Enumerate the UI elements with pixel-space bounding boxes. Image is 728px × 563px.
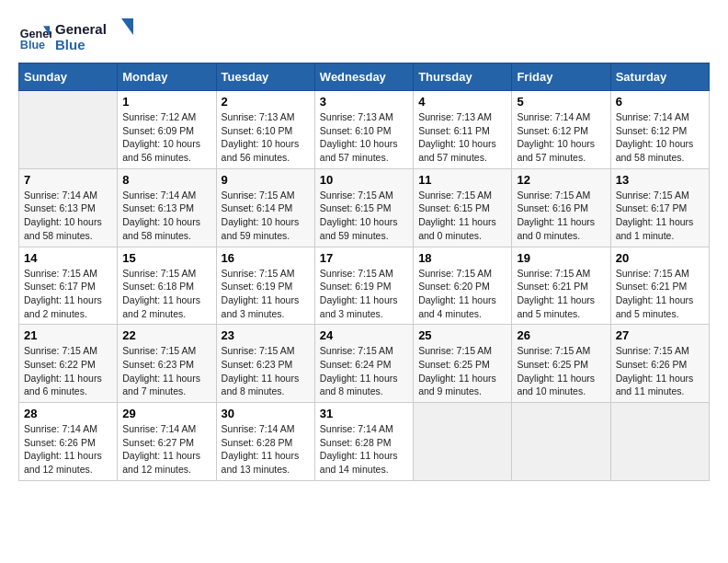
day-number: 2 <box>222 95 310 109</box>
calendar-cell: 10Sunrise: 7:15 AMSunset: 6:15 PMDayligh… <box>314 168 413 247</box>
day-number: 30 <box>222 407 310 420</box>
day-number: 18 <box>418 251 506 265</box>
day-number: 12 <box>517 173 605 187</box>
calendar-cell: 23Sunrise: 7:15 AMSunset: 6:23 PMDayligh… <box>216 325 314 403</box>
day-number: 9 <box>222 173 310 187</box>
calendar-cell: 19Sunrise: 7:15 AMSunset: 6:21 PMDayligh… <box>512 247 610 325</box>
day-info: Sunrise: 7:15 AMSunset: 6:15 PMDaylight:… <box>320 189 408 243</box>
day-number: 4 <box>418 95 506 109</box>
weekday-header-wednesday: Wednesday <box>314 63 413 91</box>
calendar-cell: 31Sunrise: 7:14 AMSunset: 6:28 PMDayligh… <box>314 403 413 481</box>
day-info: Sunrise: 7:15 AMSunset: 6:22 PMDaylight:… <box>24 344 112 398</box>
day-number: 24 <box>320 328 408 342</box>
calendar-cell: 26Sunrise: 7:15 AMSunset: 6:25 PMDayligh… <box>512 325 610 403</box>
calendar-cell: 20Sunrise: 7:15 AMSunset: 6:21 PMDayligh… <box>610 247 709 325</box>
calendar-cell: 13Sunrise: 7:15 AMSunset: 6:17 PMDayligh… <box>610 168 709 247</box>
day-info: Sunrise: 7:14 AMSunset: 6:27 PMDaylight:… <box>122 422 210 477</box>
day-info: Sunrise: 7:15 AMSunset: 6:23 PMDaylight:… <box>122 344 210 398</box>
calendar-cell: 15Sunrise: 7:15 AMSunset: 6:18 PMDayligh… <box>118 247 216 325</box>
weekday-header-monday: Monday <box>118 63 216 91</box>
day-info: Sunrise: 7:14 AMSunset: 6:12 PMDaylight:… <box>517 110 605 165</box>
day-info: Sunrise: 7:15 AMSunset: 6:25 PMDaylight:… <box>418 344 506 398</box>
calendar-cell: 4Sunrise: 7:13 AMSunset: 6:11 PMDaylight… <box>414 91 512 169</box>
day-info: Sunrise: 7:15 AMSunset: 6:16 PMDaylight:… <box>517 189 605 243</box>
day-info: Sunrise: 7:15 AMSunset: 6:19 PMDaylight:… <box>222 267 310 321</box>
calendar-cell: 16Sunrise: 7:15 AMSunset: 6:19 PMDayligh… <box>216 247 314 325</box>
calendar-week-row: 14Sunrise: 7:15 AMSunset: 6:17 PMDayligh… <box>19 247 710 325</box>
calendar-body: 1Sunrise: 7:12 AMSunset: 6:09 PMDaylight… <box>19 91 710 481</box>
day-info: Sunrise: 7:14 AMSunset: 6:13 PMDaylight:… <box>122 189 210 243</box>
svg-text:General: General <box>55 21 107 37</box>
day-number: 13 <box>616 173 704 187</box>
day-number: 3 <box>320 95 408 109</box>
day-info: Sunrise: 7:15 AMSunset: 6:17 PMDaylight:… <box>24 267 112 321</box>
calendar-cell: 24Sunrise: 7:15 AMSunset: 6:24 PMDayligh… <box>314 325 413 403</box>
day-info: Sunrise: 7:15 AMSunset: 6:18 PMDaylight:… <box>122 267 210 321</box>
day-number: 26 <box>517 328 605 342</box>
day-number: 15 <box>122 251 210 265</box>
day-info: Sunrise: 7:15 AMSunset: 6:24 PMDaylight:… <box>320 344 408 398</box>
day-info: Sunrise: 7:14 AMSunset: 6:28 PMDaylight:… <box>320 422 408 477</box>
calendar-cell: 22Sunrise: 7:15 AMSunset: 6:23 PMDayligh… <box>118 325 216 403</box>
day-number: 19 <box>517 251 605 265</box>
calendar-week-row: 7Sunrise: 7:14 AMSunset: 6:13 PMDaylight… <box>19 168 710 247</box>
day-number: 16 <box>222 251 310 265</box>
day-info: Sunrise: 7:15 AMSunset: 6:20 PMDaylight:… <box>418 267 506 321</box>
day-number: 25 <box>418 328 506 342</box>
day-info: Sunrise: 7:14 AMSunset: 6:28 PMDaylight:… <box>222 422 310 477</box>
day-info: Sunrise: 7:13 AMSunset: 6:10 PMDaylight:… <box>222 110 310 165</box>
day-number: 5 <box>517 95 605 109</box>
calendar-week-row: 21Sunrise: 7:15 AMSunset: 6:22 PMDayligh… <box>19 325 710 403</box>
day-number: 7 <box>24 173 112 187</box>
day-number: 29 <box>122 407 210 420</box>
day-info: Sunrise: 7:13 AMSunset: 6:10 PMDaylight:… <box>320 110 408 165</box>
day-info: Sunrise: 7:15 AMSunset: 6:17 PMDaylight:… <box>616 189 704 243</box>
weekday-header-saturday: Saturday <box>610 63 709 91</box>
day-info: Sunrise: 7:14 AMSunset: 6:13 PMDaylight:… <box>24 189 112 243</box>
logo-icon: General Blue <box>18 19 51 52</box>
calendar-cell: 18Sunrise: 7:15 AMSunset: 6:20 PMDayligh… <box>414 247 512 325</box>
calendar-cell: 12Sunrise: 7:15 AMSunset: 6:16 PMDayligh… <box>512 168 610 247</box>
calendar-cell: 3Sunrise: 7:13 AMSunset: 6:10 PMDaylight… <box>314 91 413 169</box>
calendar-cell: 6Sunrise: 7:14 AMSunset: 6:12 PMDaylight… <box>610 91 709 169</box>
day-number: 27 <box>616 328 704 342</box>
day-number: 21 <box>24 328 112 342</box>
calendar-cell <box>512 403 610 481</box>
calendar-cell: 25Sunrise: 7:15 AMSunset: 6:25 PMDayligh… <box>414 325 512 403</box>
day-info: Sunrise: 7:15 AMSunset: 6:21 PMDaylight:… <box>616 267 704 321</box>
svg-text:Blue: Blue <box>55 37 85 52</box>
calendar-table: SundayMondayTuesdayWednesdayThursdayFrid… <box>18 63 710 481</box>
weekday-header-thursday: Thursday <box>414 63 512 91</box>
logo: General Blue General Blue <box>18 18 138 53</box>
day-info: Sunrise: 7:15 AMSunset: 6:26 PMDaylight:… <box>616 344 704 398</box>
day-number: 11 <box>418 173 506 187</box>
day-info: Sunrise: 7:15 AMSunset: 6:14 PMDaylight:… <box>222 189 310 243</box>
calendar-week-row: 1Sunrise: 7:12 AMSunset: 6:09 PMDaylight… <box>19 91 710 169</box>
calendar-header: SundayMondayTuesdayWednesdayThursdayFrid… <box>19 63 710 91</box>
calendar-week-row: 28Sunrise: 7:14 AMSunset: 6:26 PMDayligh… <box>19 403 710 481</box>
day-info: Sunrise: 7:15 AMSunset: 6:19 PMDaylight:… <box>320 267 408 321</box>
page-header: General Blue General Blue <box>18 18 710 53</box>
day-number: 6 <box>616 95 704 109</box>
calendar-cell: 17Sunrise: 7:15 AMSunset: 6:19 PMDayligh… <box>314 247 413 325</box>
day-number: 8 <box>122 173 210 187</box>
weekday-header-friday: Friday <box>512 63 610 91</box>
calendar-cell: 30Sunrise: 7:14 AMSunset: 6:28 PMDayligh… <box>216 403 314 481</box>
calendar-cell: 28Sunrise: 7:14 AMSunset: 6:26 PMDayligh… <box>19 403 118 481</box>
day-info: Sunrise: 7:15 AMSunset: 6:15 PMDaylight:… <box>418 189 506 243</box>
svg-marker-5 <box>121 18 133 35</box>
calendar-cell: 27Sunrise: 7:15 AMSunset: 6:26 PMDayligh… <box>610 325 709 403</box>
weekday-header-row: SundayMondayTuesdayWednesdayThursdayFrid… <box>19 63 710 91</box>
day-number: 17 <box>320 251 408 265</box>
calendar-cell: 29Sunrise: 7:14 AMSunset: 6:27 PMDayligh… <box>118 403 216 481</box>
day-number: 1 <box>122 95 210 109</box>
weekday-header-sunday: Sunday <box>19 63 118 91</box>
day-number: 22 <box>122 328 210 342</box>
day-info: Sunrise: 7:15 AMSunset: 6:21 PMDaylight:… <box>517 267 605 321</box>
day-info: Sunrise: 7:15 AMSunset: 6:25 PMDaylight:… <box>517 344 605 398</box>
calendar-cell <box>414 403 512 481</box>
day-number: 31 <box>320 407 408 420</box>
day-info: Sunrise: 7:14 AMSunset: 6:12 PMDaylight:… <box>616 110 704 165</box>
logo-svg: General Blue <box>55 18 138 53</box>
day-info: Sunrise: 7:13 AMSunset: 6:11 PMDaylight:… <box>418 110 506 165</box>
